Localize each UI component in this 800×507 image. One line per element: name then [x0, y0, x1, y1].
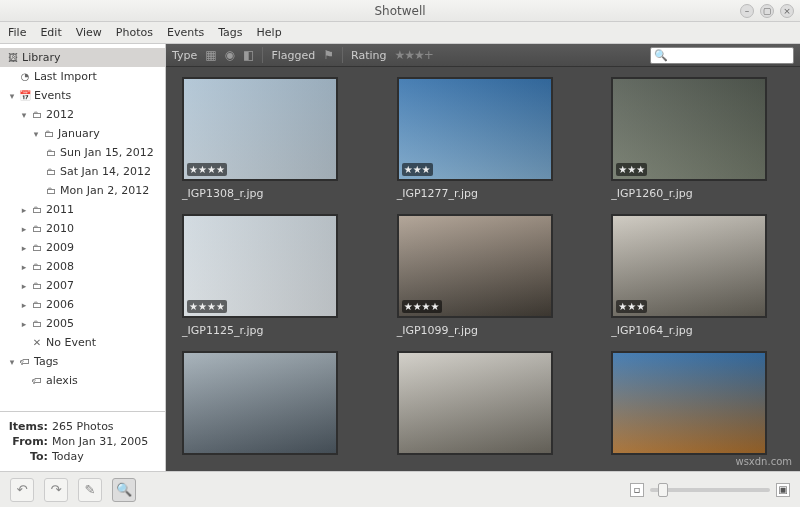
folder-icon: 🗀: [42, 128, 56, 140]
year-label: 2012: [44, 108, 74, 121]
filter-toolbar: Type ▦ ◉ ◧ Flagged ⚑ Rating ★★★+ 🔍 ▤: [166, 44, 800, 67]
menu-help[interactable]: Help: [257, 26, 282, 39]
folder-icon: 🗀: [30, 299, 44, 311]
thumbnail[interactable]: ★★★_IGP1260_r.jpg: [611, 77, 784, 200]
maximize-button[interactable]: ▢: [760, 4, 774, 18]
video-type-icon[interactable]: ◉: [225, 48, 235, 62]
zoom-slider[interactable]: [650, 488, 770, 492]
thumbnail[interactable]: [182, 351, 355, 455]
flagged-filter-label[interactable]: Flagged: [271, 49, 315, 62]
thumbnail[interactable]: ★★★★_IGP1308_r.jpg: [182, 77, 355, 200]
zoom-in-icon[interactable]: ▣: [776, 483, 790, 497]
flag-icon[interactable]: ⚑: [323, 48, 334, 62]
sidebar-item-events[interactable]: ▾ 📅 Events: [0, 86, 165, 105]
thumbnail[interactable]: ★★★_IGP1064_r.jpg: [611, 214, 784, 337]
sidebar-item-library[interactable]: 🖼 Library: [0, 48, 165, 67]
chevron-right-icon[interactable]: ▸: [18, 281, 30, 291]
year-label: 2006: [44, 298, 74, 311]
event-icon: 🗀: [44, 147, 58, 159]
sidebar-item-year[interactable]: ▸🗀2011: [0, 200, 165, 219]
sidebar-item-year-2012[interactable]: ▾ 🗀 2012: [0, 105, 165, 124]
thumbnail[interactable]: ★★★_IGP1277_r.jpg: [397, 77, 570, 200]
sidebar-item-year[interactable]: ▸🗀2009: [0, 238, 165, 257]
thumbnail-caption: _IGP1260_r.jpg: [611, 187, 784, 200]
star-icon: ★: [216, 301, 225, 312]
sidebar-item-no-event[interactable]: ✕No Event: [0, 333, 165, 352]
thumbnail-image[interactable]: ★★★★: [182, 77, 338, 181]
star-icon: ★: [413, 164, 422, 175]
menu-tags[interactable]: Tags: [218, 26, 242, 39]
year-label: 2008: [44, 260, 74, 273]
sidebar-item-year[interactable]: ▸🗀2006: [0, 295, 165, 314]
sidebar-item-last-import[interactable]: ◔ Last Import: [0, 67, 165, 86]
rating-filter-label[interactable]: Rating: [351, 49, 386, 62]
from-label: From:: [8, 435, 48, 448]
search-box[interactable]: 🔍 ▤: [650, 47, 794, 64]
close-button[interactable]: ×: [780, 4, 794, 18]
chevron-right-icon[interactable]: ▸: [18, 243, 30, 253]
folder-icon: 🗀: [30, 204, 44, 216]
thumbnail[interactable]: [611, 351, 784, 455]
sidebar-item-day[interactable]: 🗀Sat Jan 14, 2012: [0, 162, 165, 181]
chevron-down-icon[interactable]: ▾: [30, 129, 42, 139]
bottom-toolbar: ↶ ↷ ✎ 🔍 ▫ ▣: [0, 471, 800, 507]
folder-icon: 🗀: [30, 242, 44, 254]
day-label: Mon Jan 2, 2012: [58, 184, 149, 197]
star-icon: ★: [627, 164, 636, 175]
thumbnail-image[interactable]: [182, 351, 338, 455]
menu-events[interactable]: Events: [167, 26, 204, 39]
sidebar-item-year[interactable]: ▸🗀2008: [0, 257, 165, 276]
search-toggle-button[interactable]: 🔍: [112, 478, 136, 502]
sidebar-item-year[interactable]: ▸🗀2010: [0, 219, 165, 238]
chevron-right-icon[interactable]: ▸: [18, 262, 30, 272]
thumbnail[interactable]: ★★★★_IGP1099_r.jpg: [397, 214, 570, 337]
star-icon: ★: [216, 164, 225, 175]
menu-file[interactable]: File: [8, 26, 26, 39]
chevron-right-icon[interactable]: ▸: [18, 300, 30, 310]
zoom-control[interactable]: ▫ ▣: [630, 483, 790, 497]
chevron-right-icon[interactable]: ▸: [18, 319, 30, 329]
menu-photos[interactable]: Photos: [116, 26, 153, 39]
sidebar-item-day[interactable]: 🗀Mon Jan 2, 2012: [0, 181, 165, 200]
menu-view[interactable]: View: [76, 26, 102, 39]
thumbnail[interactable]: [397, 351, 570, 455]
zoom-out-icon[interactable]: ▫: [630, 483, 644, 497]
chevron-down-icon[interactable]: ▾: [6, 357, 18, 367]
thumbnail-image[interactable]: ★★★★: [182, 214, 338, 318]
raw-type-icon[interactable]: ◧: [243, 48, 254, 62]
sidebar-item-tags[interactable]: ▾🏷Tags: [0, 352, 165, 371]
zoom-slider-thumb[interactable]: [658, 483, 668, 497]
thumbnail-image[interactable]: ★★★: [611, 214, 767, 318]
from-value: Mon Jan 31, 2005: [52, 435, 148, 448]
sidebar-item-tag[interactable]: 🏷alexis: [0, 371, 165, 390]
chevron-right-icon[interactable]: ▸: [18, 205, 30, 215]
sidebar-item-day[interactable]: 🗀Sun Jan 15, 2012: [0, 143, 165, 162]
rotate-left-button[interactable]: ↶: [10, 478, 34, 502]
thumbnail-image[interactable]: [397, 351, 553, 455]
photo-type-icon[interactable]: ▦: [205, 48, 216, 62]
search-input[interactable]: [668, 48, 800, 63]
rating-badge: ★★★: [616, 163, 647, 176]
sidebar-item-year[interactable]: ▸🗀2007: [0, 276, 165, 295]
thumbnail-image[interactable]: ★★★: [397, 77, 553, 181]
year-label: 2011: [44, 203, 74, 216]
rating-filter-stars[interactable]: ★★★+: [395, 48, 433, 62]
chevron-right-icon[interactable]: ▸: [18, 224, 30, 234]
sidebar-item-year[interactable]: ▸🗀2005: [0, 314, 165, 333]
enhance-button[interactable]: ✎: [78, 478, 102, 502]
rotate-right-button[interactable]: ↷: [44, 478, 68, 502]
thumbnail-caption: _IGP1099_r.jpg: [397, 324, 570, 337]
library-icon: 🖼: [6, 52, 20, 64]
chevron-down-icon[interactable]: ▾: [18, 110, 30, 120]
type-filter-label[interactable]: Type: [172, 49, 197, 62]
thumbnail-image[interactable]: ★★★: [611, 77, 767, 181]
thumbnail-grid[interactable]: ★★★★_IGP1308_r.jpg★★★_IGP1277_r.jpg★★★_I…: [166, 67, 800, 471]
minimize-button[interactable]: –: [740, 4, 754, 18]
chevron-down-icon[interactable]: ▾: [6, 91, 18, 101]
menu-edit[interactable]: Edit: [40, 26, 61, 39]
sidebar-item-month-january[interactable]: ▾ 🗀 January: [0, 124, 165, 143]
thumbnail-image[interactable]: ★★★★: [397, 214, 553, 318]
no-event-icon: ✕: [30, 337, 44, 349]
thumbnail-image[interactable]: [611, 351, 767, 455]
thumbnail[interactable]: ★★★★_IGP1125_r.jpg: [182, 214, 355, 337]
